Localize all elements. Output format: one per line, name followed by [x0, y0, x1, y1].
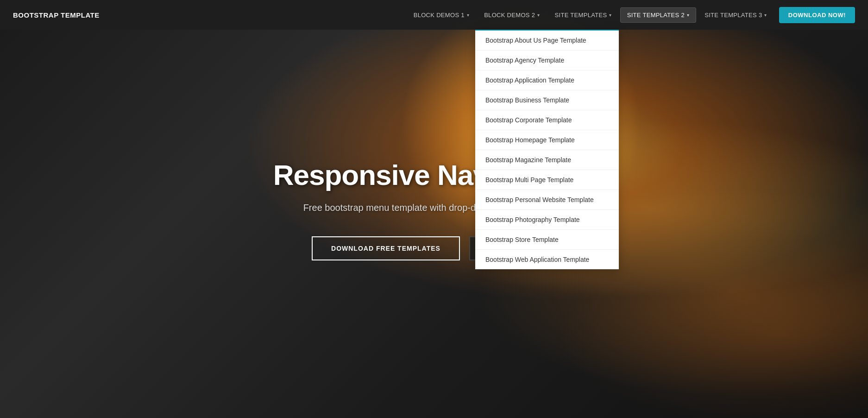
chevron-down-icon: ▾ [609, 13, 611, 18]
site-templates-2-dropdown: Bootstrap About Us Page Template Bootstr… [475, 30, 619, 269]
dropdown-item-personal-website[interactable]: Bootstrap Personal Website Template [475, 190, 619, 210]
dropdown-item-business[interactable]: Bootstrap Business Template [475, 90, 619, 110]
dropdown-item-store[interactable]: Bootstrap Store Template [475, 230, 619, 250]
nav-item-site-templates-2[interactable]: SITE TEMPLATES 2 ▾ [620, 7, 697, 23]
nav-item-site-templates[interactable]: SITE TEMPLATES ▾ [548, 8, 618, 22]
nav-items: BLOCK DEMOS 1 ▾ BLOCK DEMOS 2 ▾ SITE TEM… [407, 7, 855, 23]
dropdown-item-application[interactable]: Bootstrap Application Template [475, 70, 619, 90]
dropdown-item-magazine[interactable]: Bootstrap Magazine Template [475, 150, 619, 170]
dropdown-item-homepage[interactable]: Bootstrap Homepage Template [475, 130, 619, 150]
dropdown-item-about-us[interactable]: Bootstrap About Us Page Template [475, 31, 619, 51]
nav-brand: BOOTSTRAP TEMPLATE [13, 11, 100, 19]
navbar: BOOTSTRAP TEMPLATE BLOCK DEMOS 1 ▾ BLOCK… [0, 0, 868, 30]
chevron-down-icon: ▾ [537, 13, 540, 18]
dropdown-item-multi-page[interactable]: Bootstrap Multi Page Template [475, 170, 619, 190]
nav-item-block-demos-1[interactable]: BLOCK DEMOS 1 ▾ [407, 8, 476, 22]
chevron-down-icon: ▾ [467, 13, 469, 18]
dropdown-item-photography[interactable]: Bootstrap Photography Template [475, 210, 619, 230]
dropdown-item-agency[interactable]: Bootstrap Agency Template [475, 51, 619, 70]
nav-item-site-templates-3[interactable]: SITE TEMPLATES 3 ▾ [698, 8, 774, 22]
download-now-button[interactable]: DOWNLOAD NOW! [779, 7, 855, 23]
chevron-down-icon: ▾ [687, 13, 689, 18]
dropdown-item-corporate[interactable]: Bootstrap Corporate Template [475, 110, 619, 130]
hero-section: Responsive Navbar Tem Free bootstrap men… [0, 30, 868, 418]
nav-item-block-demos-2[interactable]: BLOCK DEMOS 2 ▾ [478, 8, 546, 22]
download-free-templates-button[interactable]: DOWNLOAD FREE TEMPLATES [312, 236, 460, 260]
chevron-down-icon: ▾ [764, 13, 767, 18]
dropdown-item-web-application[interactable]: Bootstrap Web Application Template [475, 250, 619, 269]
